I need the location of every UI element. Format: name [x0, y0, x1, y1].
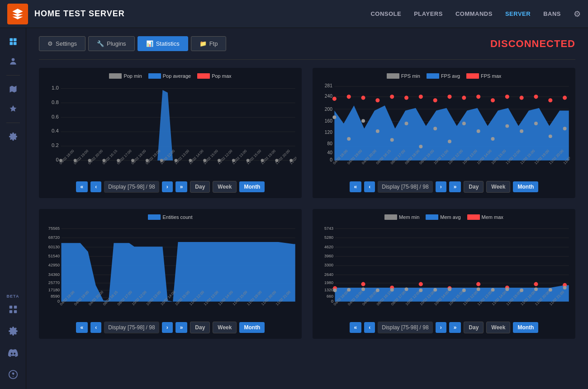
- sidebar-settings-icon[interactable]: [4, 322, 22, 340]
- population-controls: « ‹ Display [75-98] / 98 › » Day Week Mo…: [44, 181, 296, 193]
- fps-display: Display [75-98] / 98: [378, 181, 432, 193]
- fps-first-btn[interactable]: «: [350, 181, 362, 192]
- tab-ftp[interactable]: 📁 Ftp: [191, 36, 227, 51]
- sidebar-divider-2: [6, 123, 20, 123]
- memory-day-btn[interactable]: Day: [464, 322, 484, 333]
- memory-chart-area: 5743 5280 4620 3960 3300 2640 1980 1320 …: [318, 223, 570, 318]
- entities-last-btn[interactable]: »: [175, 322, 188, 333]
- svg-point-83: [433, 98, 437, 102]
- fps-month-btn[interactable]: Month: [513, 181, 538, 192]
- svg-point-79: [375, 98, 379, 102]
- memory-next-btn[interactable]: ›: [436, 322, 446, 333]
- sidebar-beta-icon[interactable]: [4, 300, 22, 318]
- memory-prev-btn[interactable]: ‹: [364, 322, 375, 333]
- population-last-btn[interactable]: »: [175, 181, 188, 192]
- nav-commands[interactable]: COMMANDS: [455, 10, 493, 17]
- sidebar-item-dashboard[interactable]: [4, 33, 22, 51]
- population-day-btn[interactable]: Day: [190, 181, 210, 193]
- svg-text:04/02 20:00: 04/02 20:00: [87, 149, 104, 165]
- nav-server[interactable]: SERVER: [505, 10, 531, 17]
- sidebar-item-plugins[interactable]: [4, 100, 22, 118]
- legend-fps-max: FPS max: [466, 73, 501, 79]
- svg-text:04/02 19:00: 04/02 19:00: [73, 149, 89, 165]
- app-logo: [7, 4, 28, 24]
- svg-point-192: [333, 288, 337, 292]
- svg-text:0: 0: [330, 157, 332, 162]
- entities-day-btn[interactable]: Day: [190, 322, 210, 333]
- svg-point-193: [347, 288, 351, 291]
- tab-statistics[interactable]: 📊 Statistics: [138, 36, 188, 51]
- svg-text:3300: 3300: [324, 263, 333, 267]
- population-first-btn[interactable]: «: [76, 181, 88, 192]
- settings-icon[interactable]: ⚙: [574, 9, 581, 19]
- statistics-icon: 📊: [146, 40, 153, 47]
- fps-prev-btn[interactable]: ‹: [364, 181, 375, 192]
- legend-pop-avg: Pop average: [148, 73, 191, 79]
- fps-chart-card: FPS min FPS avg FPS max 281 2: [313, 68, 575, 198]
- svg-point-190: [534, 282, 538, 286]
- svg-text:0.8: 0.8: [52, 100, 59, 105]
- fps-week-btn[interactable]: Week: [486, 181, 510, 193]
- population-week-btn[interactable]: Week: [213, 181, 237, 193]
- population-display: Display [75-98] / 98: [104, 181, 159, 193]
- svg-point-107: [534, 122, 538, 125]
- svg-point-95: [361, 119, 365, 123]
- svg-point-92: [563, 96, 567, 100]
- population-month-btn[interactable]: Month: [239, 181, 265, 192]
- legend-box-fps-max: [466, 73, 479, 79]
- entities-first-btn[interactable]: «: [76, 322, 88, 333]
- nav-console[interactable]: CONSOLE: [370, 10, 401, 17]
- legend-box-fps-avg: [427, 73, 439, 79]
- svg-point-188: [476, 282, 480, 286]
- memory-month-btn[interactable]: Month: [513, 322, 538, 333]
- entities-next-btn[interactable]: ›: [162, 322, 173, 333]
- svg-rect-3: [13, 42, 16, 45]
- svg-text:60130: 60130: [48, 244, 60, 249]
- svg-text:120: 120: [325, 130, 332, 135]
- fps-next-btn[interactable]: ›: [436, 181, 446, 192]
- svg-text:0.2: 0.2: [52, 142, 59, 148]
- divider: [39, 59, 575, 60]
- sidebar-help-icon[interactable]: [4, 365, 22, 384]
- memory-week-btn[interactable]: Week: [486, 322, 510, 333]
- entities-display: Display [75-98] / 98: [104, 322, 159, 333]
- svg-point-203: [491, 288, 495, 291]
- svg-point-204: [505, 287, 509, 291]
- svg-rect-0: [9, 38, 13, 42]
- nav-players[interactable]: PLAYERS: [414, 10, 443, 17]
- svg-rect-1: [13, 38, 16, 42]
- population-next-btn[interactable]: ›: [162, 181, 173, 192]
- entities-month-btn[interactable]: Month: [239, 322, 265, 333]
- svg-text:11/02 20:00: 11/02 20:00: [275, 149, 291, 165]
- fps-controls: « ‹ Display [75-98] / 98 › » Day Week Mo…: [318, 181, 570, 193]
- sidebar-discord-icon[interactable]: [4, 344, 22, 362]
- svg-text:160: 160: [325, 119, 332, 123]
- svg-point-186: [419, 282, 423, 286]
- svg-text:10/02 14:00: 10/02 14:00: [188, 149, 204, 165]
- fps-last-btn[interactable]: »: [449, 181, 461, 192]
- entities-prev-btn[interactable]: ‹: [90, 322, 101, 333]
- main-content: ⚙ Settings 🔧 Plugins 📊 Statistics 📁 Ftp …: [26, 28, 588, 389]
- nav-bans[interactable]: BANS: [543, 10, 561, 17]
- tab-settings[interactable]: ⚙ Settings: [39, 36, 85, 51]
- app-title: HOME TEST SERVER: [34, 9, 370, 19]
- svg-point-104: [491, 137, 495, 141]
- svg-text:34360: 34360: [48, 272, 60, 277]
- sidebar-item-settings2[interactable]: [4, 128, 22, 146]
- population-prev-btn[interactable]: ‹: [90, 181, 101, 192]
- population-svg: 1.0 0.8 0.6 0.4 0.2 0: [44, 82, 296, 175]
- svg-text:75565: 75565: [48, 226, 60, 230]
- sidebar-item-users[interactable]: [4, 52, 22, 71]
- fps-day-btn[interactable]: Day: [464, 181, 484, 193]
- svg-point-103: [477, 129, 480, 133]
- tab-plugins[interactable]: 🔧 Plugins: [88, 36, 135, 51]
- sidebar-item-map[interactable]: [4, 80, 22, 98]
- memory-first-btn[interactable]: «: [350, 322, 362, 333]
- memory-last-btn[interactable]: »: [449, 322, 461, 333]
- svg-point-84: [447, 95, 451, 99]
- svg-point-85: [462, 96, 466, 100]
- svg-text:0: 0: [56, 157, 59, 162]
- entities-week-btn[interactable]: Week: [213, 322, 237, 333]
- svg-point-105: [505, 124, 509, 128]
- legend-mem-max: Mem max: [467, 214, 503, 220]
